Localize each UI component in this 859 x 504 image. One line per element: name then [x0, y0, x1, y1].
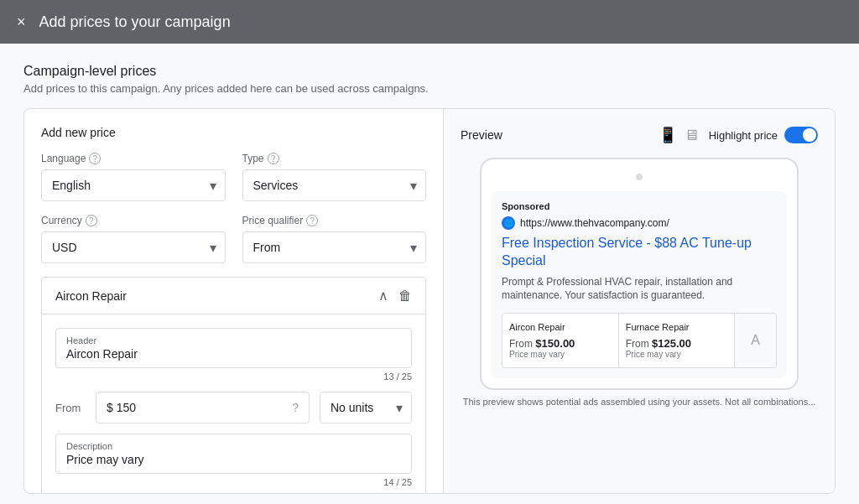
currency-group: Currency ? USD ▾ [41, 215, 226, 263]
collapse-button[interactable]: ∧ [378, 288, 388, 304]
ad-url: https://www.thehvacompany.com/ [520, 217, 669, 229]
description-char-count: 14 / 25 [55, 477, 412, 487]
chevron-up-icon: ∧ [378, 288, 388, 304]
section-title: Campaign-level prices [23, 64, 836, 79]
price-card-amount-1: From $125.00 [626, 337, 728, 350]
units-dropdown-arrow: ▾ [396, 400, 403, 416]
phone-mockup: Sponsored 🌐 https://www.thehvacompany.co… [480, 158, 799, 390]
language-help-icon[interactable]: ? [89, 153, 101, 164]
language-group: Language ? English ▾ [41, 153, 226, 201]
price-card-0: Aircon Repair From $150.00 Price may var… [502, 314, 619, 367]
currency-select[interactable]: USD [52, 241, 215, 254]
from-row: From ? No units ▾ [55, 392, 412, 423]
qualifier-select-wrapper[interactable]: From ▾ [242, 231, 427, 263]
description-floating-label: Description [66, 441, 401, 451]
description-field-group: Description [55, 434, 412, 474]
price-qualifier-label: Price qualifier ? [242, 215, 427, 226]
type-help-icon[interactable]: ? [268, 153, 279, 164]
delete-button[interactable]: 🗑 [398, 288, 412, 304]
price-item-actions: ∧ 🗑 [378, 288, 412, 304]
preview-controls: 📱 🖥 Highlight price [659, 126, 818, 144]
highlight-price-toggle-wrapper: Highlight price [709, 127, 818, 143]
price-item-section: Aircon Repair ∧ 🗑 Header [41, 277, 426, 493]
price-item-name: Aircon Repair [55, 289, 127, 303]
section-subtitle: Add prices to this campaign. Any prices … [23, 82, 836, 95]
phone-notch [492, 169, 787, 183]
preview-note: This preview shows potential ads assembl… [461, 397, 818, 407]
price-help-icon[interactable]: ? [292, 401, 299, 414]
preview-title: Preview [461, 128, 502, 142]
currency-help-icon[interactable]: ? [86, 215, 97, 226]
qualifier-select[interactable]: From [253, 241, 416, 254]
highlight-price-label: Highlight price [709, 129, 778, 142]
price-card-1: Furnace Repair From $125.00 Price may va… [619, 314, 736, 367]
price-item-header: Aircon Repair ∧ 🗑 [42, 278, 425, 314]
type-group: Type ? Services ▾ [242, 153, 427, 201]
price-qualifier-group: Price qualifier ? From ▾ [242, 215, 427, 263]
close-icon: × [17, 13, 26, 31]
price-input-wrapper[interactable]: ? [96, 392, 310, 423]
currency-qualifier-row: Currency ? USD ▾ Price qualifier ? [41, 215, 426, 263]
add-new-price-label: Add new price [41, 126, 426, 139]
main-layout: Add new price Language ? English ▾ [23, 108, 836, 494]
price-item-body: Header 13 / 25 From ? No units [42, 314, 425, 493]
sponsored-label: Sponsored [502, 201, 777, 211]
price-cards: Aircon Repair From $150.00 Price may var… [502, 313, 777, 368]
desktop-device-icon[interactable]: 🖥 [684, 127, 699, 144]
price-card-name-0: Aircon Repair [509, 322, 612, 332]
preview-header: Preview 📱 🖥 Highlight price [461, 126, 818, 144]
price-card-amount-0: From $150.00 [509, 337, 612, 350]
language-label: Language ? [41, 153, 226, 164]
ad-url-row: 🌐 https://www.thehvacompany.com/ [502, 216, 777, 230]
mobile-device-icon[interactable]: 📱 [659, 126, 677, 144]
header-floating-label: Header [66, 335, 401, 346]
trash-icon: 🗑 [398, 288, 412, 304]
language-select[interactable]: English [52, 179, 215, 192]
price-card-partial: A [735, 314, 776, 367]
price-card-note-1: Price may vary [626, 350, 728, 359]
language-select-wrapper[interactable]: English ▾ [41, 169, 226, 201]
device-icons: 📱 🖥 [659, 126, 699, 144]
language-type-row: Language ? English ▾ Type ? [41, 153, 426, 201]
ad-headline: Free Inspection Service - $88 AC Tune-up… [502, 235, 777, 270]
globe-icon: 🌐 [502, 216, 515, 230]
modal-header: × Add prices to your campaign [0, 0, 859, 44]
qualifier-help-icon[interactable]: ? [306, 215, 318, 226]
phone-notch-dot [636, 174, 643, 180]
type-label: Type ? [242, 153, 427, 164]
highlight-price-toggle[interactable] [784, 127, 818, 143]
toggle-knob [803, 128, 816, 142]
header-field-group: Header [55, 328, 412, 368]
price-card-name-1: Furnace Repair [626, 322, 728, 332]
header-input[interactable] [66, 347, 401, 361]
type-select-wrapper[interactable]: Services ▾ [242, 169, 427, 201]
from-label: From [55, 402, 86, 414]
ad-preview: Sponsored 🌐 https://www.thehvacompany.co… [492, 191, 787, 378]
ad-description: Prompt & Professional HVAC repair, insta… [502, 275, 777, 304]
header-char-count: 13 / 25 [55, 372, 412, 382]
price-input[interactable] [107, 401, 292, 414]
type-select[interactable]: Services [253, 179, 416, 192]
currency-label: Currency ? [41, 215, 226, 226]
right-panel: Preview 📱 🖥 Highlight price [444, 109, 835, 493]
description-input[interactable] [66, 453, 401, 466]
modal-title: Add prices to your campaign [39, 13, 231, 31]
currency-select-wrapper[interactable]: USD ▾ [41, 231, 226, 263]
price-card-note-0: Price may vary [509, 350, 612, 359]
units-select-wrapper[interactable]: No units ▾ [320, 392, 412, 423]
page-body: Campaign-level prices Add prices to this… [0, 44, 859, 504]
left-panel: Add new price Language ? English ▾ [24, 109, 444, 493]
units-select[interactable]: No units [331, 401, 391, 414]
close-button[interactable]: × [17, 13, 26, 31]
